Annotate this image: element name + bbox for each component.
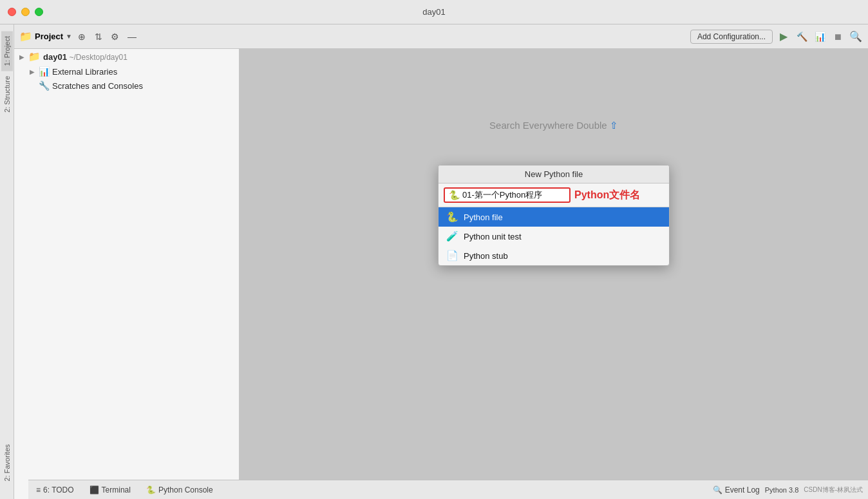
python-console-icon: 🐍 bbox=[146, 485, 156, 494]
build-icon[interactable]: 🔨 bbox=[795, 30, 809, 44]
structure-tab[interactable]: 2: Structure bbox=[1, 71, 13, 118]
file-name-input[interactable] bbox=[462, 191, 565, 200]
python-console-tab[interactable]: 🐍 Python Console bbox=[144, 480, 216, 499]
terminal-icon: ⬛ bbox=[90, 485, 99, 494]
root-folder-label: day01 ~/Desktop/day01 bbox=[43, 52, 127, 62]
event-log-icon: 🔍 bbox=[713, 485, 722, 494]
stop-icon[interactable]: ⏹ bbox=[831, 30, 845, 44]
bottom-right-area: 🔍 Event Log Python 3.8 CSDN博客-林夙法式 bbox=[713, 485, 863, 494]
dialog-input-row: 🐍 Python文件名 bbox=[439, 184, 669, 207]
close-sidebar-icon[interactable]: — bbox=[125, 30, 139, 44]
python-version-label: Python 3.8 bbox=[765, 486, 799, 494]
toolbar: 📁 Project ▼ ⊕ ⇅ ⚙ — Add Configuration...… bbox=[14, 24, 868, 49]
todo-icon: ≡ bbox=[36, 485, 41, 494]
project-dropdown[interactable]: 📁 Project ▼ bbox=[19, 30, 72, 42]
scope-icon[interactable]: ⊕ bbox=[75, 30, 89, 44]
tree-root-item[interactable]: ▶ 📁 day01 ~/Desktop/day01 bbox=[14, 49, 239, 64]
python-stub-option[interactable]: 📄 Python stub bbox=[439, 246, 669, 265]
title-bar: day01 bbox=[0, 0, 868, 24]
python-unit-test-option[interactable]: 🧪 Python unit test bbox=[439, 227, 669, 246]
search-hint: Search Everywhere Double ⇧ bbox=[489, 120, 618, 131]
file-name-annotation-label: Python文件名 bbox=[574, 189, 640, 202]
scratches-and-consoles-label: Scratches and Consoles bbox=[52, 81, 143, 91]
scratches-icon: 🔧 bbox=[39, 80, 50, 91]
folder-icon: 📁 bbox=[28, 51, 41, 62]
python-stub-icon: 📄 bbox=[446, 250, 458, 261]
project-tree: ▶ 📁 day01 ~/Desktop/day01 ▶ 📊 External L… bbox=[14, 49, 240, 499]
external-libraries-label: External Libraries bbox=[52, 67, 117, 77]
event-log-button[interactable]: 🔍 Event Log bbox=[713, 485, 760, 494]
file-input-box: 🐍 bbox=[444, 187, 571, 203]
new-python-file-dialog: New Python file 🐍 Python文件名 🐍 Python fil… bbox=[438, 165, 670, 266]
project-dropdown-label: Project bbox=[35, 32, 63, 41]
tree-expand-arrow: ▶ bbox=[19, 53, 26, 61]
editor-area: Search Everywhere Double ⇧ New Python fi… bbox=[240, 49, 868, 499]
coverage-icon[interactable]: 📊 bbox=[813, 30, 827, 44]
watermark-text: CSDN博客-林夙法式 bbox=[804, 485, 863, 494]
window-title: day01 bbox=[422, 7, 445, 17]
bottom-bar: ≡ 6: TODO ⬛ Terminal 🐍 Python Console 🔍 … bbox=[28, 480, 868, 499]
flatten-icon[interactable]: ⇅ bbox=[91, 30, 106, 44]
python-file-option[interactable]: 🐍 Python file bbox=[439, 207, 669, 227]
terminal-tab[interactable]: ⬛ Terminal bbox=[87, 480, 133, 499]
close-button[interactable] bbox=[8, 8, 16, 16]
dropdown-arrow-icon: ▼ bbox=[66, 33, 72, 40]
todo-tab[interactable]: ≡ 6: TODO bbox=[33, 480, 77, 499]
python-unit-test-icon: 🧪 bbox=[446, 231, 458, 242]
settings-icon[interactable]: ⚙ bbox=[108, 30, 122, 44]
favorites-tab[interactable]: 2: Favorites bbox=[1, 439, 13, 486]
app-body: 1: Project 2: Structure 2: Favorites 📁 P… bbox=[0, 24, 868, 499]
bar-chart-icon: 📊 bbox=[39, 66, 50, 77]
add-configuration-button[interactable]: Add Configuration... bbox=[690, 30, 773, 44]
scratches-arrow: ▶ bbox=[30, 82, 36, 89]
external-libraries-item[interactable]: ▶ 📊 External Libraries bbox=[14, 64, 239, 79]
left-side-tabs: 1: Project 2: Structure 2: Favorites bbox=[0, 24, 14, 499]
window-controls bbox=[8, 8, 43, 16]
dialog-title: New Python file bbox=[439, 165, 669, 184]
ext-lib-arrow: ▶ bbox=[30, 68, 36, 75]
scratches-and-consoles-item[interactable]: ▶ 🔧 Scratches and Consoles bbox=[14, 79, 239, 93]
file-type-list: 🐍 Python file 🧪 Python unit test 📄 Pytho… bbox=[439, 207, 669, 265]
run-icon[interactable]: ▶ bbox=[777, 30, 791, 44]
minimize-button[interactable] bbox=[21, 8, 30, 16]
python-file-icon: 🐍 bbox=[449, 190, 460, 200]
maximize-button[interactable] bbox=[35, 8, 43, 16]
project-tab[interactable]: 1: Project bbox=[1, 31, 13, 71]
search-everywhere-icon[interactable]: 🔍 bbox=[849, 30, 863, 44]
python-file-list-icon: 🐍 bbox=[446, 211, 458, 223]
